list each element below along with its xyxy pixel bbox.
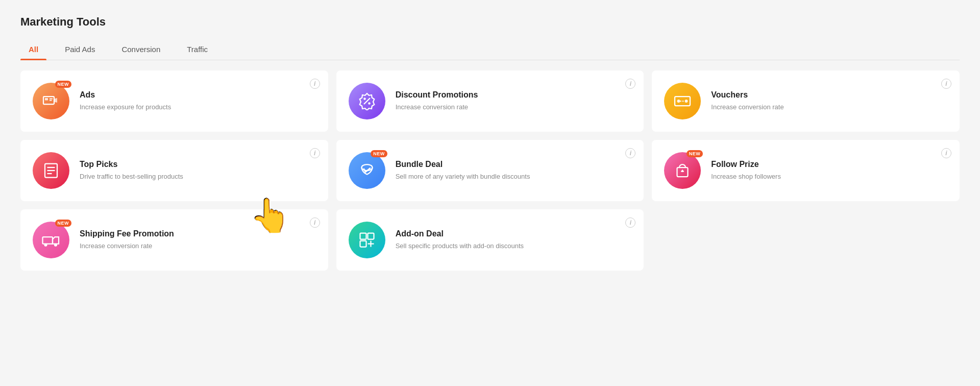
voucher-icon [664, 83, 701, 119]
voucher-svg [673, 92, 692, 110]
follow-prize-new-badge: NEW [687, 150, 703, 157]
follow-prize-svg [673, 161, 692, 180]
card-follow-prize[interactable]: NEW Follow Prize Increase shop followers… [652, 140, 960, 201]
page-container: Marketing Tools All Paid Ads Conversion … [0, 0, 980, 386]
follow-prize-info-icon[interactable]: i [941, 148, 951, 158]
follow-prize-content: Follow Prize Increase shop followers [711, 160, 947, 181]
addon-content: Add-on Deal Sell specific products with … [396, 229, 632, 251]
svg-rect-23 [368, 233, 374, 239]
tab-all[interactable]: All [20, 39, 46, 60]
discount-title: Discount Promotions [396, 90, 632, 100]
bundle-title: Bundle Deal [396, 160, 632, 169]
tab-traffic[interactable]: Traffic [179, 39, 216, 60]
ads-icon-wrapper: NEW [33, 83, 69, 119]
cards-grid: NEW Ads Increase exposure for products i… [20, 70, 960, 271]
addon-svg [358, 231, 376, 249]
card-discount-promotions[interactable]: Discount Promotions Increase conversion … [336, 70, 644, 132]
shipping-svg [42, 231, 60, 249]
svg-point-9 [685, 100, 688, 103]
svg-point-15 [361, 164, 372, 171]
card-addon-deal[interactable]: Add-on Deal Sell specific products with … [336, 209, 644, 271]
voucher-content: Vouchers Increase conversion rate [711, 90, 947, 112]
discount-content: Discount Promotions Increase conversion … [396, 90, 632, 112]
discount-icon [349, 83, 385, 119]
svg-point-6 [368, 102, 371, 105]
svg-rect-22 [360, 233, 366, 239]
follow-prize-icon-wrapper: NEW [664, 152, 701, 189]
top-picks-info-icon[interactable]: i [310, 148, 320, 158]
card-top-picks[interactable]: Top Picks Drive traffic to best-selling … [20, 140, 328, 201]
follow-prize-icon [664, 152, 701, 189]
voucher-info-icon[interactable]: i [941, 79, 951, 89]
bundle-content: Bundle Deal Sell more of any variety wit… [396, 160, 632, 181]
top-picks-title: Top Picks [80, 160, 316, 169]
svg-rect-19 [43, 237, 53, 244]
ads-content: Ads Increase exposure for products [80, 90, 316, 112]
shipping-icon-wrapper: NEW [33, 222, 69, 258]
svg-point-8 [677, 100, 680, 103]
ads-icon [33, 83, 69, 119]
voucher-title: Vouchers [711, 90, 947, 100]
svg-point-20 [44, 244, 47, 247]
bundle-svg [358, 161, 376, 180]
addon-title: Add-on Deal [396, 229, 632, 238]
addon-icon-wrapper [349, 222, 385, 258]
addon-desc: Sell specific products with add-on disco… [396, 242, 632, 251]
addon-icon [349, 222, 385, 258]
tab-paid-ads[interactable]: Paid Ads [57, 39, 103, 60]
discount-info-icon[interactable]: i [625, 79, 635, 89]
follow-prize-desc: Increase shop followers [711, 172, 947, 181]
top-picks-svg [42, 161, 60, 180]
top-picks-icon-wrapper [33, 152, 69, 189]
svg-rect-0 [43, 96, 54, 104]
card-ads[interactable]: NEW Ads Increase exposure for products i [20, 70, 328, 132]
shipping-content: Shipping Fee Promotion Increase conversi… [80, 229, 316, 251]
ads-title: Ads [80, 90, 316, 100]
svg-point-21 [54, 244, 57, 247]
discount-icon-wrapper [349, 83, 385, 119]
shipping-title: Shipping Fee Promotion [80, 229, 316, 238]
bundle-desc: Sell more of any variety with bundle dis… [396, 172, 632, 181]
tabs-container: All Paid Ads Conversion Traffic [20, 39, 960, 60]
shipping-new-badge: NEW [55, 220, 72, 227]
addon-info-icon[interactable]: i [625, 218, 635, 228]
voucher-desc: Increase conversion rate [711, 103, 947, 112]
ads-svg [42, 92, 60, 110]
bundle-info-icon[interactable]: i [625, 148, 635, 158]
card-shipping-fee[interactable]: NEW Shipping Fee Promotion Increase conv… [20, 209, 328, 271]
shipping-icon [33, 222, 69, 258]
discount-desc: Increase conversion rate [396, 103, 632, 112]
shipping-desc: Increase conversion rate [80, 242, 316, 251]
follow-prize-title: Follow Prize [711, 160, 947, 169]
ads-desc: Increase exposure for products [80, 103, 316, 112]
bundle-icon [349, 152, 385, 189]
svg-point-5 [363, 98, 366, 100]
voucher-icon-wrapper [664, 83, 701, 119]
bundle-new-badge: NEW [371, 150, 387, 157]
top-picks-content: Top Picks Drive traffic to best-selling … [80, 160, 316, 181]
discount-svg [358, 92, 376, 110]
svg-rect-24 [360, 241, 366, 247]
page-title: Marketing Tools [20, 15, 960, 29]
shipping-info-icon[interactable]: i [310, 218, 320, 228]
card-bundle-deal[interactable]: NEW Bundle Deal Sell more of any variety… [336, 140, 644, 201]
tab-conversion[interactable]: Conversion [113, 39, 168, 60]
bundle-icon-wrapper: NEW [349, 152, 385, 189]
ads-info-icon[interactable]: i [310, 79, 320, 89]
svg-rect-1 [45, 98, 48, 101]
card-vouchers[interactable]: Vouchers Increase conversion rate i [652, 70, 960, 132]
top-picks-icon [33, 152, 69, 189]
ads-new-badge: NEW [55, 81, 72, 88]
top-picks-desc: Drive traffic to best-selling products [80, 172, 316, 181]
